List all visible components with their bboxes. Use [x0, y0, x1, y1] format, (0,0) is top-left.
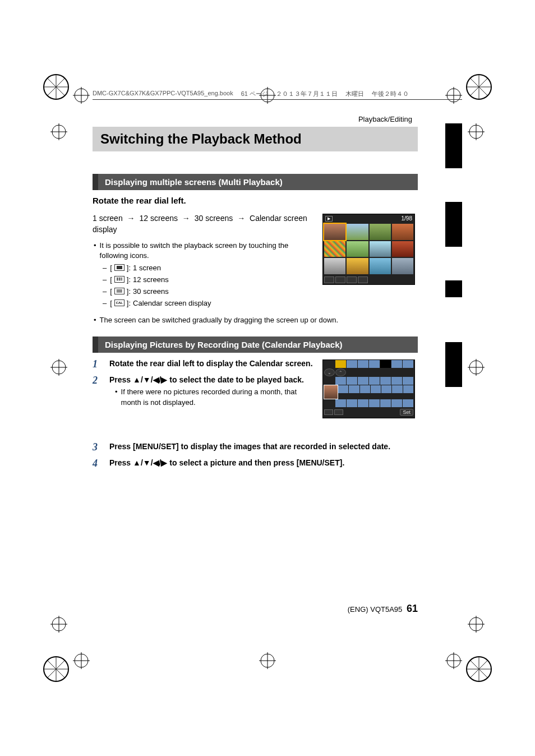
footer-lang: (ENG): [348, 605, 368, 614]
svg-rect-72: [121, 291, 122, 292]
page-footer: (ENG) VQT5A95 61: [93, 603, 418, 615]
calendar-preview-thumb: [324, 385, 338, 399]
icon-option-30-screens: –[ ]: 30 screens: [103, 287, 317, 296]
header-weekday: 木曜日: [345, 90, 364, 98]
bullet-icon: •: [94, 315, 96, 325]
flow-12-screens: 12 screens: [139, 214, 177, 223]
calendar-cell: [392, 385, 402, 393]
calendar-cell: [391, 360, 402, 368]
svg-rect-68: [117, 291, 118, 292]
thumbnail: [347, 258, 368, 274]
svg-rect-59: [121, 278, 122, 279]
reg-mark-r3: [468, 616, 485, 633]
calendar-cell: [369, 399, 380, 407]
side-tab: [445, 123, 462, 168]
arrow-right-icon: →: [182, 214, 190, 223]
thumbnail: [370, 224, 391, 240]
thumbnail: [324, 241, 345, 257]
header-date: ２０１３年７月１１日: [276, 90, 338, 98]
side-tab: [445, 342, 462, 387]
step-number: 3: [93, 441, 102, 453]
counter-text: 1/98: [402, 215, 412, 222]
calendar-cell: [369, 377, 380, 385]
reg-mark-l1: [50, 123, 67, 140]
view-mode-button: [324, 409, 333, 415]
svg-rect-57: [117, 278, 118, 279]
multi-playback-figure: ▶ 1/98: [322, 214, 415, 285]
set-button: Set: [400, 409, 413, 416]
step-3: 3 Press [MENU/SET] to display the images…: [93, 441, 418, 453]
reg-mark-l2: [50, 359, 67, 376]
note-touch-icons: • It is possible to switch the playback …: [94, 241, 317, 261]
calendar-cell: [349, 385, 359, 393]
step-2-sub: •If there were no pictures recorded duri…: [115, 387, 317, 407]
calendar-cell: [338, 385, 348, 393]
calendar-cell: [358, 377, 368, 385]
footer-code: VQT5A95: [370, 605, 402, 614]
svg-rect-56: [117, 266, 122, 269]
thumbnail: [370, 258, 391, 274]
binding-mark-tl: [42, 73, 70, 101]
reg-mark-b3: [445, 652, 462, 669]
svg-rect-73: [117, 292, 118, 293]
twelve-screen-icon: [114, 276, 124, 283]
header-time: 午後２時４０: [372, 90, 409, 98]
step-4-text: Press ▲/▼/◀/▶ to select a picture and th…: [109, 458, 344, 467]
svg-rect-63: [117, 289, 118, 291]
calendar-cell: [403, 360, 413, 368]
page-title: Switching the Playback Method: [93, 127, 418, 151]
icon-option-calendar: –[ CAL ]: Calendar screen display: [103, 299, 317, 307]
breadcrumb: Playback/Editing: [93, 115, 418, 127]
print-header: DMC-GX7C&GX7K&GX7PPC-VQT5A95_eng.book 61…: [93, 90, 462, 100]
calendar-icon: CAL: [114, 299, 124, 306]
svg-rect-69: [118, 291, 119, 292]
note-drag-screen: • The screen can be switched gradually b…: [94, 315, 418, 325]
icon-option-1-screen: –[ ]: 1 screen: [103, 264, 317, 272]
calendar-cell: [335, 399, 346, 407]
thumbnail: [392, 224, 413, 240]
page-number: 61: [407, 603, 418, 614]
calendar-cell: [335, 377, 346, 385]
bullet-icon: •: [94, 241, 96, 261]
instruction-rotate-dial: Rotate the rear dial left.: [93, 196, 418, 205]
svg-rect-76: [120, 292, 121, 293]
svg-rect-75: [119, 292, 120, 293]
thirty-screen-icon: [114, 288, 124, 294]
step-number: 4: [93, 458, 102, 469]
thumbnail: [324, 258, 345, 274]
view-mode-button: [347, 276, 357, 283]
calendar-cell: [347, 377, 357, 385]
calendar-cell: [371, 385, 381, 393]
calendar-cell: [381, 385, 391, 393]
flow-30-screens: 30 screens: [195, 214, 233, 223]
playback-icon: ▶: [325, 216, 333, 222]
reg-mark-r2: [468, 359, 485, 376]
calendar-cell: [391, 399, 402, 407]
section-heading-calendar-playback: Displaying Pictures by Recording Date (C…: [93, 336, 418, 353]
step-3-text: Press [MENU/SET] to display the images t…: [109, 442, 390, 451]
svg-rect-67: [121, 289, 122, 291]
svg-rect-65: [119, 289, 120, 291]
calendar-cell-selected: [380, 360, 391, 368]
calendar-cell: [380, 399, 391, 407]
svg-rect-66: [120, 289, 121, 291]
arrow-right-icon: →: [237, 214, 245, 223]
step-1-text: Rotate the rear dial left to display the…: [109, 359, 313, 368]
side-tab: [445, 202, 462, 247]
arrow-right-icon: →: [127, 214, 135, 223]
reg-mark-t1: [73, 87, 90, 104]
calendar-cell: [380, 377, 391, 385]
reg-mark-b2: [259, 652, 276, 669]
section-heading-multi-playback: Displaying multiple screens (Multi Playb…: [93, 174, 418, 190]
header-filename: DMC-GX7C&GX7K&GX7PPC-VQT5A95_eng.book: [93, 90, 233, 98]
reg-mark-b1: [73, 652, 90, 669]
step-4: 4 Press ▲/▼/◀/▶ to select a picture and …: [93, 458, 418, 469]
calendar-cell: [358, 399, 368, 407]
svg-rect-61: [119, 279, 121, 280]
calendar-cell: [403, 399, 413, 407]
step-number: 1: [93, 358, 102, 370]
thumbnail: [392, 241, 413, 257]
side-tab: [445, 280, 462, 297]
calendar-cell: [347, 360, 357, 368]
flow-1-screen: 1 screen: [93, 214, 123, 223]
